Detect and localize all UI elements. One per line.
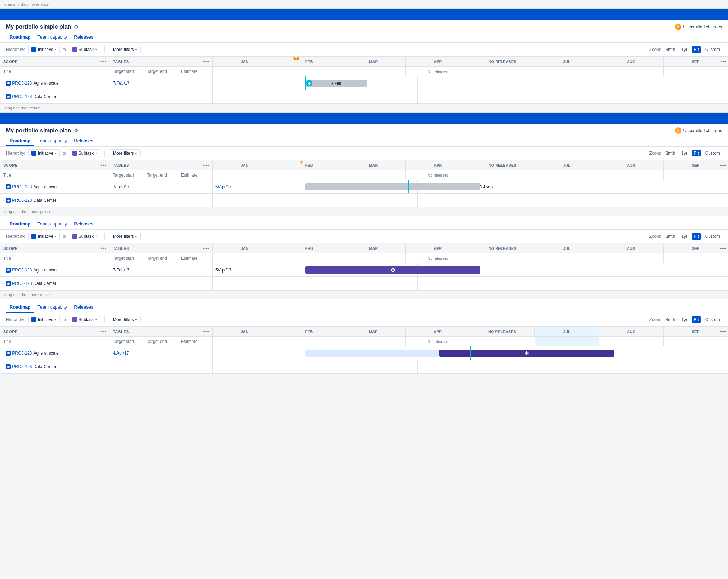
chevron-icon-3[interactable]: ‹ xyxy=(3,185,4,189)
issue-icon-agile-1: ◉ xyxy=(6,81,11,86)
zoom-fit-3[interactable]: Fit xyxy=(692,233,701,240)
zoom-custom-4[interactable]: Custom xyxy=(703,316,722,323)
tab-releases-4[interactable]: Releases xyxy=(70,302,97,313)
initiative-btn-2[interactable]: Initiative ▾ xyxy=(28,149,60,157)
month-apr-2: Apr xyxy=(406,160,470,170)
panel-title-1: My portfolio simple plan ⚙ xyxy=(6,24,79,30)
uncommitted-changes-2: 2 Uncomitted changes xyxy=(675,127,722,134)
timeline-more-btn-3[interactable]: ••• xyxy=(720,246,726,251)
toolbar-1: Hierarchy: Initiative ▾ to Subtask ▾ Mor… xyxy=(0,43,728,57)
timeline-more-btn-2[interactable]: ••• xyxy=(720,162,726,168)
zoom-1yr-2[interactable]: 1yr xyxy=(679,150,689,156)
resize-handle-2[interactable]: ↔ xyxy=(491,184,497,190)
toolbar-2: Hierarchy: Initiative ▾ to Subtask ▾ Mor… xyxy=(0,147,728,160)
initiative-btn-3[interactable]: Initiative ▾ xyxy=(28,233,60,240)
zoom-1yr-4[interactable]: 1yr xyxy=(679,316,689,323)
gantt-bar-agile-3[interactable]: ⊕ xyxy=(305,266,480,274)
gear-icon[interactable]: ⚙ xyxy=(74,24,79,30)
scope-cell-agile-1: ‹ ◉ PROJ-123 Agile at scale xyxy=(0,76,110,90)
scope-header-1: SCOPE ••• xyxy=(0,57,110,67)
panel-3: Roadmap Team capacity Releases Hierarchy… xyxy=(0,216,728,291)
app-title: My portfolio simple plan xyxy=(6,24,71,30)
tables-column-1: TABLES ••• Target start Target end Estim… xyxy=(110,57,213,103)
gantt-bar-agile-2[interactable] xyxy=(305,183,480,190)
timeline-more-btn-4[interactable]: ••• xyxy=(720,329,726,334)
tab-team-capacity-3[interactable]: Team capacity xyxy=(34,219,70,229)
more-filters-btn-2[interactable]: More filters ▾ xyxy=(109,149,141,157)
zoom-custom-3[interactable]: Custom xyxy=(703,233,722,240)
zoom-3mth-1[interactable]: 3mth xyxy=(664,46,677,53)
month-sep-2: Sep ••• xyxy=(664,160,728,170)
month-aug-1: Aug xyxy=(599,57,664,66)
scope-column-3: SCOPE ••• Title ‹ ◉ PROJ-123 Agile at sc… xyxy=(0,243,110,290)
start-cell-agile-2: 7/Feb/17 xyxy=(110,180,213,193)
title-header-2: Title xyxy=(0,170,110,180)
timeline-months-header-4: Jan Feb Mar Apr No releases Jul Aug Sep … xyxy=(213,327,728,337)
tables-more-btn-3[interactable]: ••• xyxy=(203,246,209,251)
chevron-icon-2[interactable]: ‹ xyxy=(3,95,4,99)
zoom-custom-2[interactable]: Custom xyxy=(703,150,722,156)
tab-releases-3[interactable]: Releases xyxy=(70,219,97,229)
tab-team-capacity-4[interactable]: Team capacity xyxy=(34,302,70,313)
tables-more-btn-4[interactable]: ••• xyxy=(203,329,209,334)
tab-releases-1[interactable]: Releases xyxy=(70,32,97,42)
divider-3 xyxy=(104,233,105,240)
tab-team-capacity-2[interactable]: Team capacity xyxy=(34,136,70,146)
gear-icon-2[interactable]: ⚙ xyxy=(74,128,79,133)
chevron-icon-6[interactable]: ‹ xyxy=(3,282,4,286)
more-filters-btn-3[interactable]: More filters ▾ xyxy=(109,233,141,240)
tables-more-btn-1[interactable]: ••• xyxy=(203,59,209,64)
timeline-column-3: Jan Feb Mar Apr No releases Jul Aug Sep … xyxy=(213,243,728,290)
chevron-icon-7[interactable]: ‹ xyxy=(3,351,4,355)
uncommitted-badge: 2 xyxy=(675,24,681,30)
zoom-3mth-4[interactable]: 3mth xyxy=(664,316,677,323)
tables-header-2: TABLES ••• xyxy=(110,160,212,170)
subtask-btn-2[interactable]: Subtask ▾ xyxy=(69,149,100,157)
zoom-fit-1[interactable]: Fit xyxy=(692,46,701,53)
chevron-icon-4[interactable]: ‹ xyxy=(3,199,4,202)
zoom-3mth-2[interactable]: 3mth xyxy=(664,150,677,156)
uncommitted-changes: 2 Uncomitted changes xyxy=(675,24,722,30)
subtask-btn-3[interactable]: Subtask ▾ xyxy=(69,233,100,240)
to-label-4: to xyxy=(63,317,66,322)
zoom-3mth-3[interactable]: 3mth xyxy=(664,233,677,240)
zoom-fit-4[interactable]: Fit xyxy=(692,316,701,323)
tab-releases-2[interactable]: Releases xyxy=(70,136,97,146)
grid-4: SCOPE ••• Title ‹ ◉ PROJ-123 Agile at sc… xyxy=(0,327,728,373)
more-filters-btn-4[interactable]: More filters ▾ xyxy=(109,316,141,323)
tab-roadmap-4[interactable]: Roadmap xyxy=(6,302,34,313)
scope-more-btn-1[interactable]: ••• xyxy=(100,59,107,64)
timeline-column-1: Jan Feb ▼ Mar Apr No releases Jul Aug Se… xyxy=(213,57,728,103)
tables-more-btn-2[interactable]: ••• xyxy=(203,162,209,168)
zoom-1yr-1[interactable]: 1yr xyxy=(679,46,689,53)
timeline-row-dc-2 xyxy=(213,194,728,207)
more-filters-btn-1[interactable]: More filters ▾ xyxy=(109,46,141,53)
timeline-more-btn-1[interactable]: ••• xyxy=(721,59,726,64)
table-row: ‹ ◉ PROJ-123 Agile at scale xyxy=(0,346,110,360)
zoom-fit-2[interactable]: Fit xyxy=(692,150,701,156)
chevron-icon-8[interactable]: ‹ xyxy=(3,365,4,369)
subtask-btn-1[interactable]: Subtask ▾ xyxy=(69,46,100,53)
initiative-btn-4[interactable]: Initiative ▾ xyxy=(28,316,60,323)
scope-more-btn-2[interactable]: ••• xyxy=(100,162,107,168)
tab-roadmap-3[interactable]: Roadmap xyxy=(6,219,34,229)
chevron-icon-5[interactable]: ‹ xyxy=(3,268,4,272)
zoom-1yr-3[interactable]: 1yr xyxy=(679,233,689,240)
title-header-4: Title xyxy=(0,337,110,346)
chevron-icon[interactable]: ‹ xyxy=(3,81,4,85)
bar-label-2: 5 Apr xyxy=(480,185,490,189)
initiative-btn-1[interactable]: Initiative ▾ xyxy=(28,46,60,53)
tab-team-capacity-1[interactable]: Team capacity xyxy=(34,32,70,42)
subtask-icon-2 xyxy=(72,151,77,156)
tab-roadmap-1[interactable]: Roadmap xyxy=(6,32,34,42)
scope-more-btn-4[interactable]: ••• xyxy=(100,329,107,334)
gantt-bar-agile-4[interactable]: ✛ xyxy=(439,350,614,357)
issue-name-agile-3: Agile at scale xyxy=(33,268,58,273)
scope-cell-dc-1: ‹ ◉ PROJ-123 Data Center xyxy=(0,90,110,103)
timeline-row-dc-3 xyxy=(213,277,728,290)
tab-roadmap-2[interactable]: Roadmap xyxy=(6,136,34,146)
plus-icon-1[interactable]: + xyxy=(306,80,312,86)
scope-more-btn-3[interactable]: ••• xyxy=(100,246,107,251)
zoom-custom-1[interactable]: Custom xyxy=(703,46,722,53)
subtask-btn-4[interactable]: Subtask ▾ xyxy=(69,316,100,323)
